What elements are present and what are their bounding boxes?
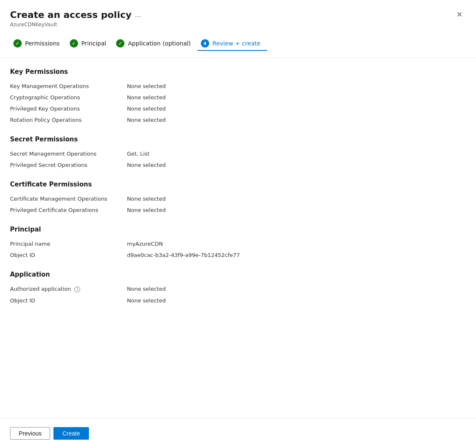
step-application-check-icon: ✓ [116, 39, 124, 48]
table-row: Object ID d9ae0cac-b3a2-43f9-a99e-7b1245… [10, 249, 466, 261]
certificate-management-operations-value: None selected [127, 196, 166, 202]
table-row: Rotation Policy Operations None selected [10, 114, 466, 126]
secret-management-operations-value: Get, List [127, 151, 149, 157]
table-row: Cryptographic Operations None selected [10, 92, 466, 103]
close-button[interactable]: ✕ [453, 8, 466, 21]
panel-subtitle: AzureCDNKeyVault [10, 22, 466, 28]
table-row: Privileged Secret Operations None select… [10, 159, 466, 171]
key-permissions-section-title: Key Permissions [10, 68, 466, 76]
application-object-id-label: Object ID [10, 297, 127, 304]
step-application-label: Application (optional) [128, 40, 190, 47]
table-row: Privileged Key Operations None selected [10, 103, 466, 114]
step-principal-label: Principal [81, 40, 106, 47]
privileged-secret-operations-label: Privileged Secret Operations [10, 162, 127, 168]
application-section-title: Application [10, 271, 466, 278]
cryptographic-operations-value: None selected [127, 94, 166, 101]
step-permissions-label: Permissions [25, 40, 60, 47]
table-row: Certificate Management Operations None s… [10, 193, 466, 204]
step-application[interactable]: ✓ Application (optional) [113, 36, 197, 51]
principal-object-id-value: d9ae0cac-b3a2-43f9-a99e-7b12452cfe77 [127, 252, 240, 258]
table-row: Authorized application i None selected [10, 283, 466, 295]
secret-management-operations-label: Secret Management Operations [10, 151, 127, 157]
principal-section-title: Principal [10, 226, 466, 233]
privileged-certificate-operations-label: Privileged Certificate Operations [10, 207, 127, 213]
authorized-application-info-icon[interactable]: i [74, 287, 80, 292]
key-management-operations-value: None selected [127, 83, 166, 89]
step-principal-check-icon: ✓ [70, 39, 78, 48]
principal-object-id-label: Object ID [10, 252, 127, 258]
step-permissions[interactable]: ✓ Permissions [10, 36, 66, 51]
privileged-key-operations-label: Privileged Key Operations [10, 106, 127, 112]
table-row: Object ID None selected [10, 295, 466, 306]
cryptographic-operations-label: Cryptographic Operations [10, 94, 127, 101]
table-row: Privileged Certificate Operations None s… [10, 204, 466, 216]
step-review-label: Review + create [213, 40, 261, 47]
content-area: Key Permissions Key Management Operation… [0, 58, 476, 448]
panel-title: Create an access policy [10, 10, 132, 20]
secret-permissions-section-title: Secret Permissions [10, 136, 466, 143]
application-object-id-value: None selected [127, 297, 166, 304]
principal-name-value: myAzureCDN [127, 241, 163, 247]
privileged-key-operations-value: None selected [127, 106, 166, 112]
footer: Previous Create [0, 418, 476, 448]
rotation-policy-operations-value: None selected [127, 117, 166, 123]
table-row: Principal name myAzureCDN [10, 238, 466, 249]
certificate-management-operations-label: Certificate Management Operations [10, 196, 127, 202]
rotation-policy-operations-label: Rotation Policy Operations [10, 117, 127, 123]
table-row: Secret Management Operations Get, List [10, 148, 466, 159]
step-principal[interactable]: ✓ Principal [66, 36, 113, 51]
table-row: Key Management Operations None selected [10, 81, 466, 92]
authorized-application-value: None selected [127, 286, 166, 292]
panel-header: Create an access policy ... ✕ AzureCDNKe… [0, 0, 476, 28]
more-options-icon[interactable]: ... [135, 11, 141, 19]
authorized-application-label: Authorized application i [10, 286, 127, 292]
key-management-operations-label: Key Management Operations [10, 83, 127, 89]
principal-name-label: Principal name [10, 241, 127, 247]
create-button[interactable]: Create [53, 427, 89, 440]
step-review[interactable]: 4 Review + create [197, 36, 267, 51]
privileged-certificate-operations-value: None selected [127, 207, 166, 213]
step-review-num-icon: 4 [201, 39, 209, 48]
privileged-secret-operations-value: None selected [127, 162, 166, 168]
certificate-permissions-section-title: Certificate Permissions [10, 181, 466, 188]
create-access-policy-panel: Create an access policy ... ✕ AzureCDNKe… [0, 0, 476, 448]
step-permissions-check-icon: ✓ [13, 39, 22, 48]
wizard-steps: ✓ Permissions ✓ Principal ✓ Application … [0, 28, 476, 58]
previous-button[interactable]: Previous [10, 427, 50, 440]
